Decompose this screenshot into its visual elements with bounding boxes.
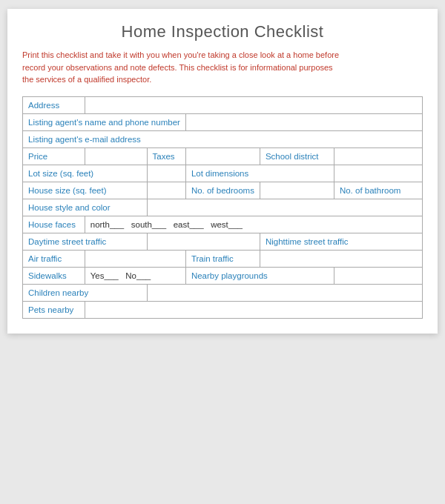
lot-dimensions-value[interactable]	[334, 165, 422, 182]
address-value[interactable]	[85, 96, 422, 113]
school-district-value[interactable]	[334, 147, 422, 165]
school-district-label: School district	[260, 147, 334, 165]
page: Home Inspection Checklist Print this che…	[7, 9, 438, 334]
listing-agent-value[interactable]	[185, 113, 422, 130]
price-value[interactable]	[85, 147, 147, 165]
table-row: Pets nearby	[23, 301, 423, 318]
listing-email-label: Listing agent's e-mail address	[23, 130, 423, 147]
table-row: Air traffic Train traffic	[23, 250, 423, 267]
children-value[interactable]	[147, 284, 423, 301]
air-traffic-label: Air traffic	[23, 250, 85, 267]
taxes-value[interactable]	[185, 147, 260, 165]
checklist-table: Address Listing agent's name and phone n…	[22, 96, 423, 319]
table-row: Children nearby	[23, 284, 423, 301]
bedrooms-label: No. of bedrooms	[185, 182, 260, 199]
bedrooms-value[interactable]	[260, 182, 334, 199]
house-size-value[interactable]	[147, 182, 185, 199]
table-row: House faces north___ south___ east___ we…	[23, 216, 423, 233]
pets-label: Pets nearby	[23, 301, 85, 318]
table-row: House style and color	[23, 199, 423, 216]
price-label: Price	[23, 147, 85, 165]
taxes-label: Taxes	[147, 147, 185, 165]
house-style-value[interactable]	[147, 199, 423, 216]
table-row: Lot size (sq. feet) Lot dimensions	[23, 165, 423, 182]
daytime-traffic-label: Daytime street traffic	[23, 233, 148, 250]
table-row: Address	[23, 96, 423, 113]
lot-dimensions-label: Lot dimensions	[185, 165, 334, 182]
daytime-traffic-value[interactable]	[147, 233, 260, 250]
description: Print this checklist and take it with yo…	[22, 49, 423, 86]
nighttime-traffic-label: Nighttime street traffic	[260, 233, 422, 250]
sidewalks-value[interactable]: Yes___ No___	[85, 267, 185, 284]
lot-size-label: Lot size (sq. feet)	[23, 165, 148, 182]
house-faces-value[interactable]: north___ south___ east___ west___	[85, 216, 422, 233]
lot-size-value[interactable]	[147, 165, 185, 182]
table-row: Listing agent's e-mail address	[23, 130, 423, 147]
table-row: Price Taxes School district	[23, 147, 423, 165]
house-style-label: House style and color	[23, 199, 148, 216]
address-label: Address	[23, 96, 85, 113]
house-size-label: House size (sq. feet)	[23, 182, 148, 199]
listing-agent-label: Listing agent's name and phone number	[23, 113, 186, 130]
table-row: Daytime street traffic Nighttime street …	[23, 233, 423, 250]
playgrounds-label: Nearby playgrounds	[185, 267, 334, 284]
air-traffic-value[interactable]	[85, 250, 185, 267]
bathrooms-label: No. of bathroom	[334, 182, 422, 199]
pets-value[interactable]	[85, 301, 422, 318]
children-label: Children nearby	[23, 284, 148, 301]
table-row: Sidewalks Yes___ No___ Nearby playground…	[23, 267, 423, 284]
train-traffic-value[interactable]	[260, 250, 422, 267]
table-row: House size (sq. feet) No. of bedrooms No…	[23, 182, 423, 199]
house-faces-label: House faces	[23, 216, 85, 233]
playgrounds-value[interactable]	[334, 267, 422, 284]
sidewalks-label: Sidewalks	[23, 267, 85, 284]
table-row: Listing agent's name and phone number	[23, 113, 423, 130]
train-traffic-label: Train traffic	[185, 250, 260, 267]
page-title: Home Inspection Checklist	[22, 22, 423, 42]
